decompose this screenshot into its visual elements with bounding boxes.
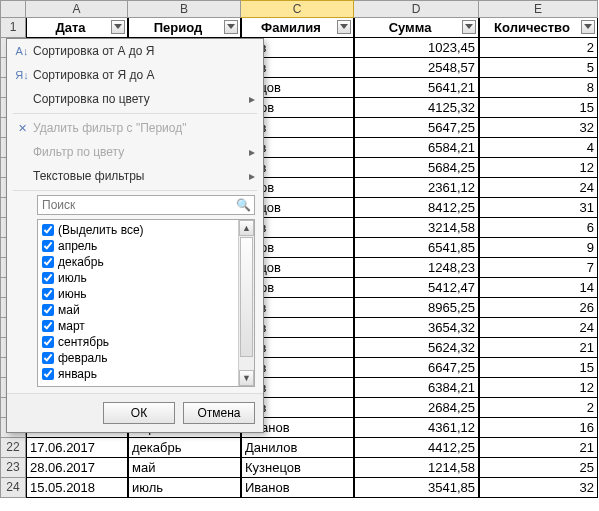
cancel-button[interactable]: Отмена	[183, 402, 255, 424]
cell-surname[interactable]: Иванов	[241, 478, 354, 498]
cell-qty[interactable]: 15	[479, 358, 598, 378]
menu-sort-za[interactable]: Я↓ Сортировка от Я до А	[7, 63, 263, 87]
cell-period[interactable]: май	[128, 458, 241, 478]
cell-sum[interactable]: 6584,21	[354, 138, 479, 158]
cell-qty[interactable]: 9	[479, 238, 598, 258]
cell-qty[interactable]: 16	[479, 418, 598, 438]
cell-sum[interactable]: 2361,12	[354, 178, 479, 198]
cell-sum[interactable]: 4361,12	[354, 418, 479, 438]
checkbox[interactable]	[42, 224, 54, 236]
cell-sum[interactable]: 6384,21	[354, 378, 479, 398]
ok-button[interactable]: ОК	[103, 402, 175, 424]
cell-sum[interactable]: 1248,23	[354, 258, 479, 278]
filter-value-item[interactable]: декабрь	[40, 254, 252, 270]
cell-qty[interactable]: 24	[479, 318, 598, 338]
cell-sum[interactable]: 2548,57	[354, 58, 479, 78]
checkbox[interactable]	[42, 352, 54, 364]
cell-qty[interactable]: 6	[479, 218, 598, 238]
header-cell-period[interactable]: Период	[128, 18, 241, 38]
filter-value-item[interactable]: апрель	[40, 238, 252, 254]
cell-surname[interactable]: Кузнецов	[241, 458, 354, 478]
row-header[interactable]: 22	[0, 438, 26, 458]
cell-sum[interactable]: 8965,25	[354, 298, 479, 318]
filter-dropdown-icon[interactable]	[462, 20, 476, 34]
cell-sum[interactable]: 5624,32	[354, 338, 479, 358]
select-all-corner[interactable]	[0, 0, 26, 18]
col-header-C[interactable]: C	[241, 0, 354, 18]
filter-value-item[interactable]: февраль	[40, 350, 252, 366]
cell-data[interactable]: 17.06.2017	[26, 438, 128, 458]
cell-qty[interactable]: 2	[479, 38, 598, 58]
row-header[interactable]: 24	[0, 478, 26, 498]
scroll-up-icon[interactable]: ▲	[239, 220, 254, 236]
menu-sort-color[interactable]: Сортировка по цвету ▸	[7, 87, 263, 111]
cell-sum[interactable]: 3214,58	[354, 218, 479, 238]
checkbox[interactable]	[42, 320, 54, 332]
cell-qty[interactable]: 12	[479, 158, 598, 178]
cell-data[interactable]: 28.06.2017	[26, 458, 128, 478]
cell-qty[interactable]: 25	[479, 458, 598, 478]
menu-text-filters[interactable]: Текстовые фильтры ▸	[7, 164, 263, 188]
checkbox[interactable]	[42, 336, 54, 348]
checkbox[interactable]	[42, 368, 54, 380]
cell-qty[interactable]: 5	[479, 58, 598, 78]
checkbox[interactable]	[42, 304, 54, 316]
header-cell-qty[interactable]: Количество	[479, 18, 598, 38]
col-header-B[interactable]: B	[128, 0, 241, 18]
scroll-down-icon[interactable]: ▼	[239, 370, 254, 386]
cell-sum[interactable]: 1023,45	[354, 38, 479, 58]
cell-qty[interactable]: 32	[479, 478, 598, 498]
cell-sum[interactable]: 6541,85	[354, 238, 479, 258]
cell-sum[interactable]: 6647,25	[354, 358, 479, 378]
cell-sum[interactable]: 5412,47	[354, 278, 479, 298]
list-scrollbar[interactable]: ▲ ▼	[238, 220, 254, 386]
cell-qty[interactable]: 8	[479, 78, 598, 98]
col-header-D[interactable]: D	[354, 0, 479, 18]
filter-value-item[interactable]: май	[40, 302, 252, 318]
cell-sum[interactable]: 4125,32	[354, 98, 479, 118]
cell-qty[interactable]: 14	[479, 278, 598, 298]
cell-qty[interactable]: 12	[479, 378, 598, 398]
cell-sum[interactable]: 5647,25	[354, 118, 479, 138]
filter-dropdown-icon[interactable]	[337, 20, 351, 34]
checkbox[interactable]	[42, 256, 54, 268]
cell-qty[interactable]: 21	[479, 438, 598, 458]
scroll-thumb[interactable]	[240, 237, 253, 357]
checkbox[interactable]	[42, 272, 54, 284]
filter-search-input[interactable]	[37, 195, 255, 215]
header-cell-surname[interactable]: Фамилия	[241, 18, 354, 38]
cell-qty[interactable]: 15	[479, 98, 598, 118]
filter-value-item[interactable]: июль	[40, 270, 252, 286]
cell-qty[interactable]: 21	[479, 338, 598, 358]
checkbox[interactable]	[42, 288, 54, 300]
cell-qty[interactable]: 7	[479, 258, 598, 278]
cell-sum[interactable]: 4412,25	[354, 438, 479, 458]
cell-sum[interactable]: 3654,32	[354, 318, 479, 338]
filter-value-item[interactable]: январь	[40, 366, 252, 382]
cell-sum[interactable]: 1214,58	[354, 458, 479, 478]
cell-period[interactable]: июль	[128, 478, 241, 498]
cell-qty[interactable]: 32	[479, 118, 598, 138]
filter-dropdown-icon[interactable]	[111, 20, 125, 34]
col-header-E[interactable]: E	[479, 0, 598, 18]
cell-surname[interactable]: Данилов	[241, 438, 354, 458]
filter-dropdown-icon[interactable]	[581, 20, 595, 34]
row-header-1[interactable]: 1	[0, 18, 26, 38]
cell-sum[interactable]: 5684,25	[354, 158, 479, 178]
row-header[interactable]: 23	[0, 458, 26, 478]
cell-qty[interactable]: 4	[479, 138, 598, 158]
filter-value-item[interactable]: июнь	[40, 286, 252, 302]
filter-value-item[interactable]: сентябрь	[40, 334, 252, 350]
filter-value-select-all[interactable]: (Выделить все)	[40, 222, 252, 238]
cell-qty[interactable]: 2	[479, 398, 598, 418]
col-header-A[interactable]: A	[26, 0, 128, 18]
cell-sum[interactable]: 2684,25	[354, 398, 479, 418]
cell-data[interactable]: 15.05.2018	[26, 478, 128, 498]
header-cell-data[interactable]: Дата	[26, 18, 128, 38]
filter-value-item[interactable]: март	[40, 318, 252, 334]
cell-sum[interactable]: 5641,21	[354, 78, 479, 98]
cell-period[interactable]: декабрь	[128, 438, 241, 458]
header-cell-sum[interactable]: Сумма	[354, 18, 479, 38]
cell-qty[interactable]: 26	[479, 298, 598, 318]
filter-dropdown-icon[interactable]	[224, 20, 238, 34]
